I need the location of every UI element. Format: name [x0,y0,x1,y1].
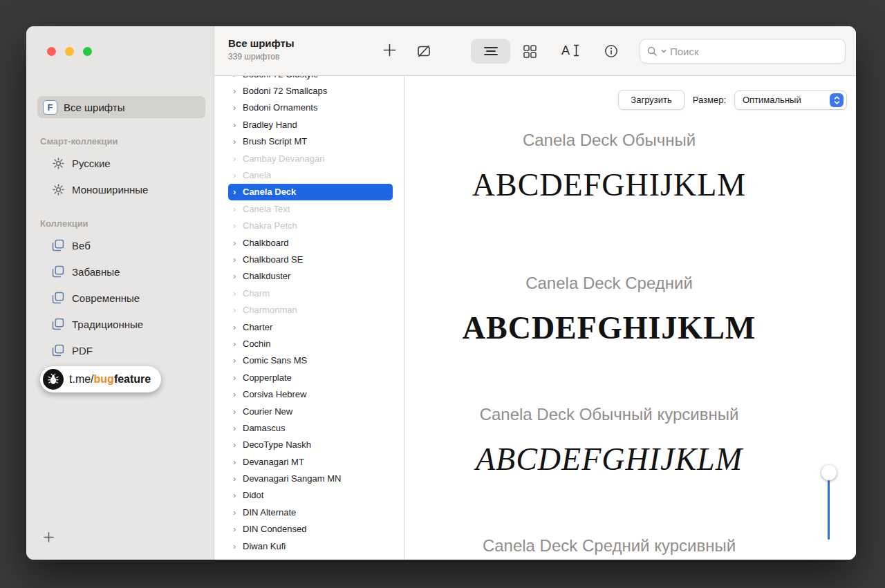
chevron-right-icon[interactable]: › [233,490,242,500]
font-list-item[interactable]: ›Devanagari Sangam MN [214,470,404,486]
chevron-right-icon[interactable]: › [233,86,242,96]
sidebar-item[interactable]: Забавные [26,258,214,285]
chevron-right-icon[interactable]: › [233,406,242,417]
search-field[interactable] [640,39,846,64]
sidebar-item[interactable]: PDF [26,337,214,363]
collection-icon [51,291,65,305]
close-button[interactable] [47,47,56,56]
font-list-item[interactable]: ›Bodoni 72 Smallcaps [214,82,404,99]
font-list-item[interactable]: ›Damascus [214,419,404,436]
font-list-item[interactable]: ›Cambay Devanagari [214,150,404,167]
badge-highlight: bug [94,373,114,385]
font-list-items: ›Bodoni 72 Oldstyle›Bodoni 72 Smallcaps›… [214,76,404,560]
chevron-right-icon[interactable]: › [233,254,242,265]
font-samples: Canela Deck ОбычныйABCDEFGHIJKLMCanela D… [404,76,814,560]
sidebar-item[interactable]: Моноширинные [26,176,214,202]
chevron-right-icon[interactable]: › [233,238,242,248]
chevron-right-icon[interactable]: › [233,541,242,551]
info-button[interactable] [604,44,619,59]
sample-text-button[interactable]: A [559,43,584,59]
chevron-right-icon[interactable]: › [233,473,242,484]
font-list-item[interactable]: ›Corsiva Hebrew [214,386,404,402]
font-list-item[interactable]: ›Diwan Thuluth [214,554,404,560]
chevron-right-icon[interactable]: › [233,339,242,349]
font-family-name: Diwan Kufi [243,541,286,551]
sidebar-item-label: Современные [72,292,140,304]
font-list-item[interactable]: ›Charter [214,319,404,335]
font-list-item[interactable]: ›Didot [214,487,404,504]
collection-icon [51,238,65,252]
font-list-item[interactable]: ›Chalkboard SE [214,251,404,267]
chevron-right-icon[interactable]: › [233,136,242,146]
font-list-item[interactable]: ›Chakra Petch [214,218,404,234]
font-list-item[interactable]: ›Chalkduster [214,268,404,285]
font-list-item[interactable]: ›Canela [214,167,404,183]
font-list-item[interactable]: ›Canela Deck [214,184,404,200]
add-font-button[interactable] [381,43,398,59]
chevron-right-icon[interactable]: › [233,389,242,399]
font-list-item[interactable]: ›Canela Text [214,200,404,217]
chevron-right-icon[interactable]: › [233,423,242,433]
chevron-right-icon[interactable]: › [233,288,242,298]
chevron-right-icon[interactable]: › [233,76,242,79]
font-list-item[interactable]: ›Bradley Hand [214,116,404,133]
font-list-item[interactable]: ›Bodoni Ornaments [214,99,404,116]
font-list-item[interactable]: ›Devanagari MT [214,453,404,470]
font-list-item[interactable]: ›Diwan Kufi [214,538,404,554]
chevron-right-icon[interactable]: › [233,170,242,180]
sample-letters: ABCDEFGHIJKLM [404,440,814,479]
deactivate-font-button[interactable] [416,44,431,59]
chevron-right-icon[interactable]: › [233,372,242,383]
sidebar-item[interactable]: Веб [26,232,214,258]
search-input[interactable] [670,46,845,57]
grid-view-button[interactable] [510,39,550,64]
sidebar-item-label: Традиционные [72,319,143,330]
font-list-item[interactable]: ›Comic Sans MS [214,352,404,369]
info-icon [604,44,619,59]
font-family-name: Chalkboard SE [243,254,303,265]
font-list-item[interactable]: ›Charm [214,285,404,301]
chevron-right-icon[interactable]: › [233,558,242,560]
chevron-right-icon[interactable]: › [233,187,242,197]
font-list-item[interactable]: ›Bodoni 72 Oldstyle [214,76,404,82]
chevron-right-icon[interactable]: › [233,322,242,332]
sidebar-item[interactable]: Традиционные [26,311,214,337]
chevron-right-icon[interactable]: › [233,355,242,366]
chevron-right-icon[interactable]: › [233,220,242,231]
zoom-button[interactable] [83,47,92,56]
chevron-right-icon[interactable]: › [233,524,242,534]
chevron-right-icon[interactable]: › [233,120,242,130]
chevron-right-icon[interactable]: › [233,507,242,518]
bugfeature-badge[interactable]: t.me/bugfeature [40,366,161,392]
chevron-right-icon[interactable]: › [233,153,242,164]
font-family-name: Copperplate [243,372,292,383]
sidebar-item[interactable]: Русские [26,150,214,176]
chevron-right-icon[interactable]: › [233,439,242,450]
size-slider-track[interactable] [828,480,830,540]
collection-icon [51,265,65,278]
font-list-item[interactable]: ›Chalkboard [214,234,404,251]
chevron-right-icon[interactable]: › [233,204,242,214]
add-collection-button[interactable] [41,530,55,544]
font-list-item[interactable]: ›Copperplate [214,369,404,386]
font-list-item[interactable]: ›Charmonman [214,301,404,318]
slashed-square-icon [416,44,431,59]
size-slider-handle[interactable] [821,465,837,480]
font-list-item[interactable]: ›Brush Script MT [214,133,404,150]
chevron-right-icon[interactable]: › [233,102,242,113]
chevron-right-icon[interactable]: › [233,457,242,467]
sidebar-item[interactable]: Современные [26,285,214,311]
font-list-item[interactable]: ›DIN Alternate [214,504,404,520]
chevron-right-icon[interactable]: › [233,271,242,281]
font-list-item[interactable]: ›Courier New [214,403,404,419]
chevron-right-icon[interactable]: › [233,305,242,315]
font-family-name: DecoType Naskh [243,439,311,450]
minimize-button[interactable] [65,47,74,56]
font-list-item[interactable]: ›DecoType Naskh [214,437,404,453]
sidebar-item-all-fonts[interactable]: F Все шрифты [37,96,205,118]
font-list-item[interactable]: ›DIN Condensed [214,521,404,538]
list-view-button[interactable] [471,39,510,64]
sample-style-title: Canela Deck Обычный [404,130,814,151]
font-list-item[interactable]: ›Cochin [214,335,404,352]
plus-icon [383,44,396,57]
